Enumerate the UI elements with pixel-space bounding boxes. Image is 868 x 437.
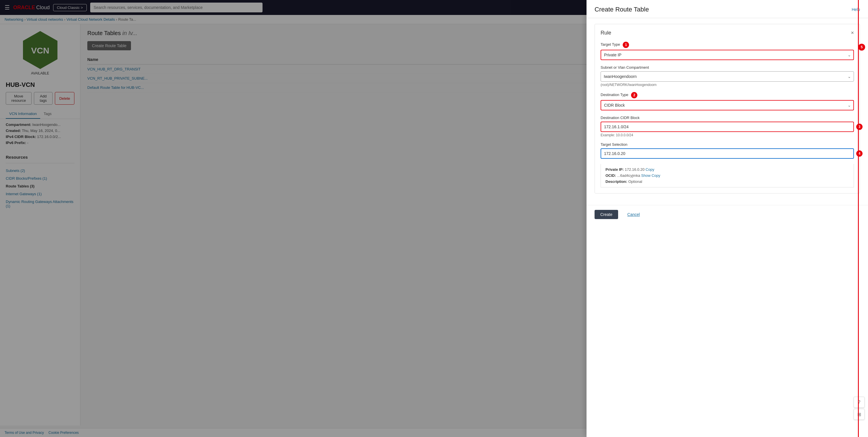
step-5-badge: 5 [858,44,865,51]
target-type-select-wrapper: Private IP [600,50,854,60]
panel-header: Create Route Table Help [587,0,868,18]
create-button[interactable]: Create [595,210,618,219]
autocomplete-ocid: OCID: ...6ad4cyjmka Show Copy [606,173,849,178]
step-4-badge: 4 [856,150,863,157]
copy-private-ip-link[interactable]: Copy [646,167,654,172]
subnet-compartment-path: (root)/NETWORK/IwanHoogendoorn [600,83,854,87]
panel-actions: Create Cancel [587,205,868,224]
help-icon-panel: ? ⊞ [854,397,865,420]
panel-body: Rule × Target Type 1 Private IP Subnet o… [587,24,868,205]
rule-label: Rule [600,30,611,36]
destination-cidr-input[interactable] [600,122,854,132]
step-2-badge: 2 [631,92,638,98]
target-selection-wrapper: 4 [600,148,854,159]
step-3-badge: 3 [856,124,863,130]
destination-cidr-wrapper: 3 [600,122,854,132]
destination-cidr-hint: Example: 10.0.0.0/24 [600,133,854,137]
help-circle-icon-btn[interactable]: ? [854,397,865,408]
subnet-compartment-label: Subnet or Vlan Compartment [600,65,854,69]
rule-card-title: Rule × [600,30,854,36]
destination-type-label: Destination Type 2 [600,92,854,98]
subnet-compartment-group: Subnet or Vlan Compartment IwanHoogendoo… [600,65,854,87]
target-selection-input[interactable] [600,148,854,159]
show-ocid-link[interactable]: Show [641,173,651,178]
autocomplete-private-ip: Private IP: 172.16.0.20 Copy [606,167,849,172]
target-selection-label: Target Selection [600,142,854,147]
destination-type-select[interactable]: CIDR Block [600,100,854,110]
destination-type-select-wrapper: CIDR Block [600,100,854,110]
copy-ocid-link[interactable]: Copy [651,173,660,178]
rule-card: Rule × Target Type 1 Private IP Subnet o… [595,24,860,194]
autocomplete-description: Description: Optional [606,179,849,184]
destination-type-group: Destination Type 2 CIDR Block [600,92,854,110]
step-1-badge: 1 [623,42,629,48]
red-scroll-indicator-line [858,0,859,426]
target-type-select[interactable]: Private IP [600,50,854,60]
subnet-compartment-select-wrapper: IwanHoogendoorn [600,71,854,82]
destination-cidr-label: Destination CIDR Block [600,116,854,120]
target-type-label: Target Type 1 [600,42,854,48]
cancel-button[interactable]: Cancel [622,210,646,219]
autocomplete-dropdown: Private IP: 172.16.0.20 Copy OCID: ...6a… [600,164,854,187]
grid-icon-btn[interactable]: ⊞ [854,409,865,420]
destination-cidr-group: Destination CIDR Block 3 Example: 10.0.0… [600,116,854,137]
panel-title: Create Route Table [595,6,649,13]
target-selection-group: Target Selection 4 [600,142,854,159]
subnet-compartment-select[interactable]: IwanHoogendoorn [600,71,854,82]
create-route-table-panel: Create Route Table Help Rule × Target Ty… [587,0,868,426]
target-type-group: Target Type 1 Private IP [600,42,854,60]
rule-close-button[interactable]: × [851,30,854,36]
